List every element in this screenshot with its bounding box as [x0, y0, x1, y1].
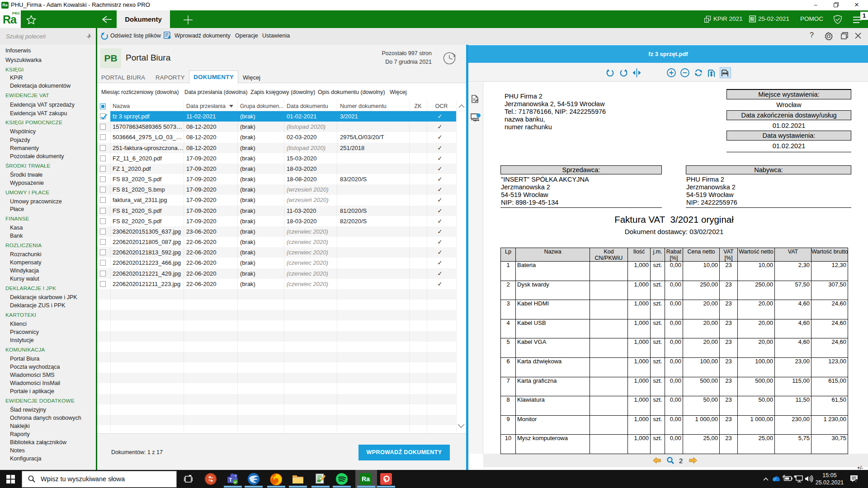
svg-text:1: 1 [706, 19, 708, 23]
svg-text:T: T [229, 478, 232, 483]
